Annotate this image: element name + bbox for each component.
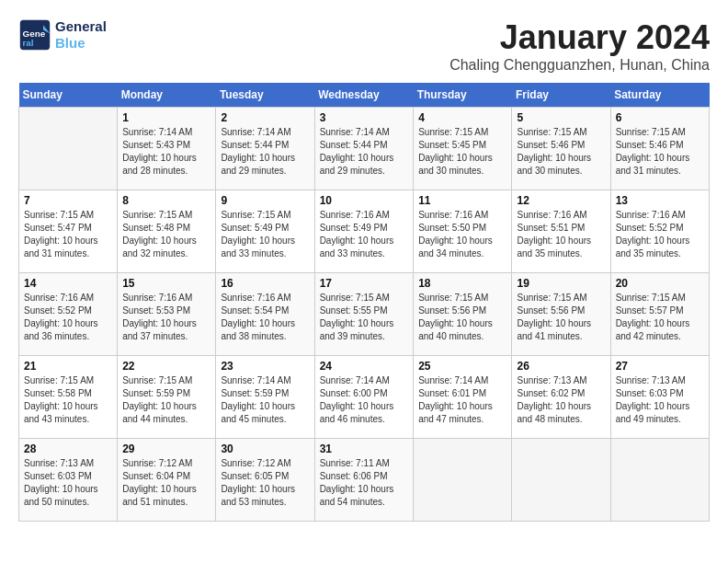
calendar-cell bbox=[512, 439, 610, 522]
calendar-cell: 25Sunrise: 7:14 AMSunset: 6:01 PMDayligh… bbox=[414, 356, 512, 439]
calendar-cell: 30Sunrise: 7:12 AMSunset: 6:05 PMDayligh… bbox=[216, 439, 314, 522]
weekday-header: Saturday bbox=[610, 83, 709, 108]
calendar-week-row: 28Sunrise: 7:13 AMSunset: 6:03 PMDayligh… bbox=[19, 439, 710, 522]
day-number: 21 bbox=[24, 360, 112, 373]
weekday-header: Sunday bbox=[19, 83, 118, 108]
calendar-cell: 2Sunrise: 7:14 AMSunset: 5:44 PMDaylight… bbox=[216, 108, 314, 190]
day-info: Sunrise: 7:15 AMSunset: 5:48 PMDaylight:… bbox=[122, 209, 210, 260]
calendar-cell: 17Sunrise: 7:15 AMSunset: 5:55 PMDayligh… bbox=[314, 273, 414, 356]
day-number: 17 bbox=[320, 277, 409, 290]
calendar-cell: 26Sunrise: 7:13 AMSunset: 6:02 PMDayligh… bbox=[512, 356, 610, 439]
day-info: Sunrise: 7:16 AMSunset: 5:49 PMDaylight:… bbox=[320, 209, 409, 260]
day-info: Sunrise: 7:12 AMSunset: 6:04 PMDaylight:… bbox=[122, 457, 210, 509]
day-info: Sunrise: 7:12 AMSunset: 6:05 PMDaylight:… bbox=[221, 457, 309, 509]
weekday-header: Friday bbox=[512, 83, 610, 108]
day-number: 2 bbox=[221, 111, 309, 124]
day-info: Sunrise: 7:16 AMSunset: 5:54 PMDaylight:… bbox=[221, 292, 309, 343]
day-number: 1 bbox=[122, 111, 210, 124]
calendar-cell: 19Sunrise: 7:15 AMSunset: 5:56 PMDayligh… bbox=[512, 273, 610, 356]
day-info: Sunrise: 7:14 AMSunset: 5:44 PMDaylight:… bbox=[221, 126, 309, 178]
calendar-cell: 18Sunrise: 7:15 AMSunset: 5:56 PMDayligh… bbox=[414, 273, 512, 356]
day-number: 24 bbox=[320, 360, 409, 373]
day-info: Sunrise: 7:15 AMSunset: 5:58 PMDaylight:… bbox=[24, 374, 112, 426]
calendar-cell: 3Sunrise: 7:14 AMSunset: 5:44 PMDaylight… bbox=[314, 108, 414, 190]
day-info: Sunrise: 7:13 AMSunset: 6:03 PMDaylight:… bbox=[616, 374, 704, 426]
day-number: 4 bbox=[418, 111, 506, 124]
day-info: Sunrise: 7:15 AMSunset: 5:55 PMDaylight:… bbox=[320, 292, 409, 343]
month-title: January 2024 bbox=[449, 18, 710, 57]
day-info: Sunrise: 7:14 AMSunset: 6:00 PMDaylight:… bbox=[320, 374, 409, 426]
calendar-cell: 11Sunrise: 7:16 AMSunset: 5:50 PMDayligh… bbox=[414, 190, 512, 273]
day-info: Sunrise: 7:14 AMSunset: 5:59 PMDaylight:… bbox=[221, 374, 309, 426]
day-info: Sunrise: 7:14 AMSunset: 6:01 PMDaylight:… bbox=[418, 374, 506, 426]
day-number: 12 bbox=[517, 194, 605, 207]
calendar-cell: 4Sunrise: 7:15 AMSunset: 5:45 PMDaylight… bbox=[414, 108, 512, 190]
day-number: 30 bbox=[221, 442, 309, 455]
calendar-cell: 10Sunrise: 7:16 AMSunset: 5:49 PMDayligh… bbox=[314, 190, 414, 273]
day-info: Sunrise: 7:16 AMSunset: 5:51 PMDaylight:… bbox=[517, 209, 605, 260]
calendar-week-row: 21Sunrise: 7:15 AMSunset: 5:58 PMDayligh… bbox=[19, 356, 710, 439]
day-info: Sunrise: 7:15 AMSunset: 5:47 PMDaylight:… bbox=[24, 209, 112, 260]
calendar-cell: 29Sunrise: 7:12 AMSunset: 6:04 PMDayligh… bbox=[118, 439, 216, 522]
day-info: Sunrise: 7:15 AMSunset: 5:56 PMDaylight:… bbox=[418, 292, 506, 343]
calendar-cell bbox=[19, 108, 118, 190]
day-number: 22 bbox=[122, 360, 210, 373]
day-number: 7 bbox=[24, 194, 112, 207]
logo-text: General Blue bbox=[55, 18, 107, 52]
calendar-cell: 5Sunrise: 7:15 AMSunset: 5:46 PMDaylight… bbox=[512, 108, 610, 190]
calendar-cell: 22Sunrise: 7:15 AMSunset: 5:59 PMDayligh… bbox=[118, 356, 216, 439]
weekday-header: Thursday bbox=[414, 83, 512, 108]
day-info: Sunrise: 7:15 AMSunset: 5:46 PMDaylight:… bbox=[517, 126, 605, 178]
day-info: Sunrise: 7:16 AMSunset: 5:50 PMDaylight:… bbox=[418, 209, 506, 260]
calendar-cell: 23Sunrise: 7:14 AMSunset: 5:59 PMDayligh… bbox=[216, 356, 314, 439]
weekday-header: Monday bbox=[118, 83, 216, 108]
logo-icon: Gene ral bbox=[18, 18, 51, 52]
day-number: 14 bbox=[24, 277, 112, 290]
calendar-cell: 31Sunrise: 7:11 AMSunset: 6:06 PMDayligh… bbox=[314, 439, 414, 522]
day-info: Sunrise: 7:13 AMSunset: 6:03 PMDaylight:… bbox=[24, 457, 112, 509]
day-info: Sunrise: 7:13 AMSunset: 6:02 PMDaylight:… bbox=[517, 374, 605, 426]
svg-text:ral: ral bbox=[23, 38, 34, 48]
calendar-cell: 21Sunrise: 7:15 AMSunset: 5:58 PMDayligh… bbox=[19, 356, 118, 439]
weekday-header: Wednesday bbox=[314, 83, 414, 108]
day-number: 20 bbox=[616, 277, 704, 290]
day-number: 10 bbox=[320, 194, 409, 207]
calendar-week-row: 14Sunrise: 7:16 AMSunset: 5:52 PMDayligh… bbox=[19, 273, 710, 356]
day-number: 11 bbox=[418, 194, 506, 207]
day-info: Sunrise: 7:15 AMSunset: 5:46 PMDaylight:… bbox=[616, 126, 704, 178]
header-row: SundayMondayTuesdayWednesdayThursdayFrid… bbox=[19, 83, 710, 108]
calendar-cell: 16Sunrise: 7:16 AMSunset: 5:54 PMDayligh… bbox=[216, 273, 314, 356]
day-number: 25 bbox=[418, 360, 506, 373]
calendar-cell: 15Sunrise: 7:16 AMSunset: 5:53 PMDayligh… bbox=[118, 273, 216, 356]
day-number: 15 bbox=[122, 277, 210, 290]
day-info: Sunrise: 7:15 AMSunset: 5:57 PMDaylight:… bbox=[616, 292, 704, 343]
calendar-cell: 28Sunrise: 7:13 AMSunset: 6:03 PMDayligh… bbox=[19, 439, 118, 522]
weekday-header: Tuesday bbox=[216, 83, 314, 108]
day-number: 28 bbox=[24, 442, 112, 455]
calendar-week-row: 7Sunrise: 7:15 AMSunset: 5:47 PMDaylight… bbox=[19, 190, 710, 273]
day-number: 16 bbox=[221, 277, 309, 290]
calendar-cell: 13Sunrise: 7:16 AMSunset: 5:52 PMDayligh… bbox=[610, 190, 709, 273]
calendar-cell: 7Sunrise: 7:15 AMSunset: 5:47 PMDaylight… bbox=[19, 190, 118, 273]
day-info: Sunrise: 7:15 AMSunset: 5:56 PMDaylight:… bbox=[517, 292, 605, 343]
day-number: 6 bbox=[616, 111, 704, 124]
day-number: 31 bbox=[320, 442, 409, 455]
calendar-cell bbox=[610, 439, 709, 522]
day-number: 23 bbox=[221, 360, 309, 373]
day-number: 8 bbox=[122, 194, 210, 207]
day-number: 3 bbox=[320, 111, 409, 124]
page-header: Gene ral General Blue January 2024 Chali… bbox=[18, 18, 710, 74]
calendar-table: SundayMondayTuesdayWednesdayThursdayFrid… bbox=[18, 83, 710, 522]
day-number: 13 bbox=[616, 194, 704, 207]
calendar-cell: 14Sunrise: 7:16 AMSunset: 5:52 PMDayligh… bbox=[19, 273, 118, 356]
calendar-cell: 6Sunrise: 7:15 AMSunset: 5:46 PMDaylight… bbox=[610, 108, 709, 190]
day-number: 29 bbox=[122, 442, 210, 455]
title-area: January 2024 Chaling Chengguanzhen, Huna… bbox=[449, 18, 710, 74]
calendar-body: 1Sunrise: 7:14 AMSunset: 5:43 PMDaylight… bbox=[19, 108, 710, 522]
day-info: Sunrise: 7:14 AMSunset: 5:44 PMDaylight:… bbox=[320, 126, 409, 178]
day-number: 9 bbox=[221, 194, 309, 207]
calendar-week-row: 1Sunrise: 7:14 AMSunset: 5:43 PMDaylight… bbox=[19, 108, 710, 190]
day-info: Sunrise: 7:16 AMSunset: 5:53 PMDaylight:… bbox=[122, 292, 210, 343]
logo: Gene ral General Blue bbox=[18, 18, 107, 52]
location-title: Chaling Chengguanzhen, Hunan, China bbox=[449, 57, 710, 74]
